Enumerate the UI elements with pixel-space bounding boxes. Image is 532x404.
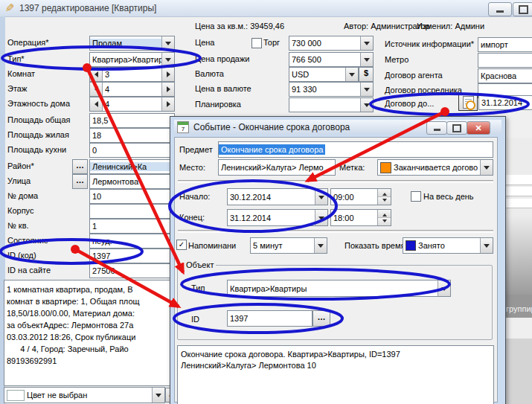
street-field[interactable]: Лермонтова — [89, 174, 175, 189]
chevron-down-icon[interactable] — [480, 238, 493, 253]
condition-field[interactable]: неуд. — [89, 234, 175, 249]
street-ellipsis-button[interactable]: … — [72, 174, 88, 189]
chevron-down-icon[interactable] — [360, 53, 373, 66]
spin-up-icon[interactable] — [378, 210, 391, 217]
house-number-field[interactable]: 10 — [89, 189, 175, 204]
chevron-down-icon[interactable] — [360, 83, 373, 96]
spin-down-icon[interactable] — [378, 217, 391, 225]
allday-checkbox[interactable] — [411, 191, 421, 202]
metro-field[interactable] — [478, 53, 532, 68]
reminder-checkbox[interactable]: ✓ — [176, 240, 187, 250]
area-kitchen-field[interactable]: 0 — [89, 143, 175, 158]
chevron-down-icon[interactable] — [438, 280, 450, 296]
start-time-spinner[interactable]: 09:00 — [330, 188, 391, 205]
subject-field[interactable]: Окончание срока договора — [218, 141, 493, 158]
event-dialog: 7 Событие - Окончание срока договора ✕ П… — [170, 116, 506, 404]
background-band — [504, 339, 532, 404]
chevron-down-icon[interactable] — [161, 36, 174, 50]
end-time-spinner[interactable]: 18:00 — [330, 209, 391, 226]
floors-total-spinner[interactable]: 4 — [89, 97, 175, 112]
end-date-combo[interactable]: 31.12.2014 — [227, 209, 328, 226]
field-label: Цена в валюте — [195, 84, 251, 93]
field-label: Метро — [385, 55, 408, 64]
maximize-icon — [519, 5, 528, 14]
time-updown[interactable] — [377, 189, 391, 205]
spin-right-icon[interactable] — [161, 68, 174, 81]
rooms-spinner[interactable]: 3 — [89, 67, 175, 82]
object-type-combo[interactable]: Квартира>Квартиры — [227, 280, 451, 297]
maximize-button[interactable] — [513, 2, 532, 16]
field-label: Район* — [7, 161, 34, 170]
dialog-close-button[interactable]: ✕ — [467, 121, 490, 135]
field-label: № кв. — [7, 221, 29, 230]
spin-up-icon[interactable] — [378, 189, 391, 196]
chevron-down-icon[interactable] — [315, 210, 327, 225]
color-picker-combo[interactable]: Цвет не выбран — [4, 387, 165, 403]
chevron-down-icon[interactable] — [152, 388, 164, 403]
currency-button[interactable]: $ — [359, 67, 374, 82]
contract-date-button[interactable] — [458, 94, 478, 111]
reminder-label: Напоминани — [188, 241, 249, 250]
end-label: Конец: — [179, 213, 205, 222]
bargain-checkbox[interactable] — [251, 38, 262, 48]
operation-combo[interactable]: Продам — [89, 36, 175, 51]
currency-combo[interactable]: USD — [289, 67, 359, 82]
building-field[interactable] — [89, 204, 175, 219]
spin-right-icon[interactable] — [161, 97, 174, 111]
subject-selected-text: Окончание срока договора — [219, 144, 325, 155]
field-label: Корпус — [7, 206, 33, 215]
time-updown[interactable] — [377, 210, 391, 225]
chevron-down-icon[interactable] — [161, 53, 174, 66]
info-source-field[interactable]: импорт — [478, 37, 532, 52]
price-in-currency-combo[interactable]: 91 330 — [289, 82, 374, 97]
chevron-down-icon[interactable] — [314, 238, 327, 253]
place-field[interactable]: Ленинский>Калуга> Лермо — [218, 159, 336, 176]
spin-left-icon[interactable] — [90, 83, 103, 96]
price-per-m2-text: Цена за кв.м.: 39459,46 — [195, 22, 284, 31]
field-label: ID на сайте — [7, 266, 51, 275]
bargain-label: Торг — [263, 38, 280, 47]
layout-combo[interactable] — [289, 97, 374, 112]
spin-right-icon[interactable] — [161, 83, 174, 96]
showtime-combo[interactable]: Занято — [403, 237, 493, 254]
price-combo[interactable]: 730 000 — [289, 36, 374, 51]
reminder-combo[interactable]: 5 минут — [250, 237, 327, 254]
minimize-button[interactable] — [488, 2, 512, 16]
chevron-down-icon[interactable] — [360, 98, 373, 112]
field-label: Тип* — [7, 54, 25, 63]
dialog-maximize-button[interactable] — [446, 121, 467, 135]
spin-left-icon[interactable] — [90, 97, 103, 111]
spin-down-icon[interactable] — [378, 196, 391, 205]
chevron-down-icon[interactable] — [480, 160, 493, 175]
tag-combo[interactable]: Заканчивается догово — [377, 159, 493, 176]
object-id-field[interactable]: 1397 — [227, 310, 313, 327]
dialog-minimize-button[interactable] — [426, 121, 447, 135]
start-date-combo[interactable]: 30.12.2014 — [227, 188, 328, 205]
modified-by-text: Изменил: Админи — [417, 22, 484, 31]
place-label: Место: — [179, 163, 205, 172]
chevron-down-icon[interactable] — [315, 189, 327, 205]
id-code-field[interactable]: 1397 — [89, 249, 175, 263]
apartment-number-field[interactable]: 1 — [89, 219, 175, 234]
object-id-ellipsis-button[interactable]: … — [313, 310, 330, 327]
chevron-down-icon[interactable] — [345, 68, 358, 81]
area-living-field[interactable]: 18 — [89, 128, 175, 143]
agent-contract-field[interactable]: Краснова — [478, 68, 532, 83]
calendar-icon: 7 — [177, 121, 189, 133]
contract-until-field[interactable]: 31.12.2014 — [478, 95, 532, 110]
sale-price-combo[interactable]: 766 500 — [289, 52, 374, 67]
site-id-field[interactable]: 27506 — [89, 263, 175, 278]
floor-spinner[interactable]: 4 — [89, 82, 175, 97]
area-total-field[interactable]: 18,5 — [89, 113, 175, 128]
summary-textarea[interactable]: Окончание срока договора. Квартира>Кварт… — [177, 345, 494, 404]
showtime-label: Показать время — [344, 241, 403, 250]
district-field[interactable]: Ленинский>Ка — [89, 159, 175, 174]
field-label: Этаж — [7, 84, 27, 93]
separator — [178, 230, 493, 233]
district-ellipsis-button[interactable]: … — [72, 159, 88, 174]
field-label: Цена — [195, 38, 214, 47]
chevron-down-icon[interactable] — [360, 36, 373, 50]
spin-left-icon[interactable] — [90, 68, 103, 81]
description-textarea[interactable]: 1 комнатная квартира, продам, В комнат в… — [4, 280, 185, 386]
type-combo[interactable]: Квартира>Квартир — [89, 52, 175, 67]
